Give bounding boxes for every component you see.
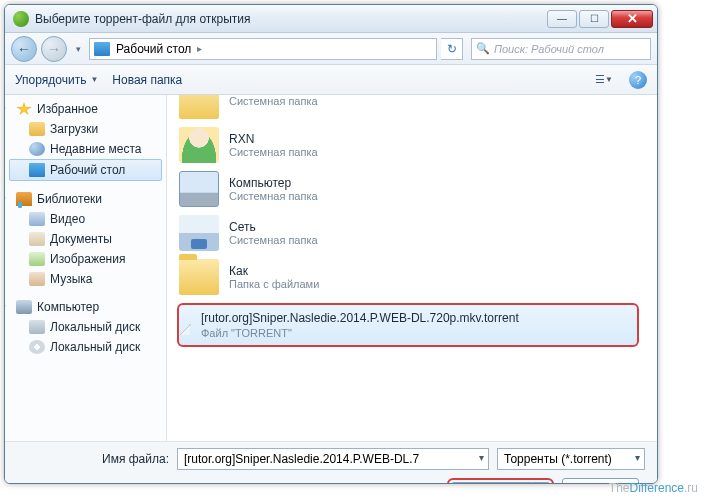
window-title: Выберите торрент-файл для открытия <box>35 12 547 26</box>
chevron-down-icon: ▾ <box>5 104 11 114</box>
selected-file-type: Файл "TORRENT" <box>201 327 519 339</box>
sidebar-item-desktop[interactable]: Рабочий стол <box>9 159 162 181</box>
dialog-footer: Имя файла: [rutor.org]Sniper.Nasledie.20… <box>5 441 657 484</box>
titlebar: Выберите торрент-файл для открытия — ☐ ✕ <box>5 5 657 33</box>
star-icon <box>16 102 32 116</box>
sidebar-item-downloads[interactable]: Загрузки <box>5 119 166 139</box>
open-button-highlight: Открыть ▼ <box>447 478 554 484</box>
favorites-group[interactable]: ▾ Избранное <box>5 99 166 119</box>
minimize-button[interactable]: — <box>547 10 577 28</box>
filename-input[interactable]: [rutor.org]Sniper.Nasledie.2014.P.WEB-DL… <box>177 448 489 470</box>
computer-group[interactable]: ▾ Компьютер <box>5 297 166 317</box>
cd-icon <box>29 340 45 354</box>
maximize-button[interactable]: ☐ <box>579 10 609 28</box>
navigation-pane: ▾ Избранное Загрузки Недавние места Рабо… <box>5 95 167 441</box>
network-icon <box>179 215 219 251</box>
forward-button[interactable]: → <box>41 36 67 62</box>
search-input[interactable]: 🔍 Поиск: Рабочий стол <box>471 38 651 60</box>
sidebar-item-images[interactable]: Изображения <box>5 249 166 269</box>
close-button[interactable]: ✕ <box>611 10 653 28</box>
libraries-icon <box>16 192 32 206</box>
sidebar-item-recent[interactable]: Недавние места <box>5 139 166 159</box>
chevron-down-icon: ▾ <box>5 194 11 204</box>
recent-icon <box>29 142 45 156</box>
open-file-dialog: Выберите торрент-файл для открытия — ☐ ✕… <box>4 4 658 484</box>
computer-icon <box>179 171 219 207</box>
list-item[interactable]: КакПапка с файлами <box>167 255 657 299</box>
history-dropdown[interactable]: ▾ <box>71 39 85 59</box>
chevron-right-icon: ▸ <box>197 43 202 54</box>
folder-icon <box>179 95 219 119</box>
video-icon <box>29 212 45 226</box>
view-options-button[interactable]: ☰ ▼ <box>593 71 615 89</box>
list-item[interactable]: КомпьютерСистемная папка <box>167 167 657 211</box>
location-text: Рабочий стол <box>116 42 191 56</box>
user-folder-icon <box>179 127 219 163</box>
music-icon <box>29 272 45 286</box>
refresh-button[interactable]: ↻ <box>441 38 463 60</box>
filetype-filter[interactable]: Торренты (*.torrent) <box>497 448 645 470</box>
search-icon: 🔍 <box>476 42 490 55</box>
list-item[interactable]: RXNСистемная папка <box>167 123 657 167</box>
computer-icon <box>16 300 32 314</box>
libraries-group[interactable]: ▾ Библиотеки <box>5 189 166 209</box>
list-item[interactable]: СетьСистемная папка <box>167 211 657 255</box>
filename-label: Имя файла: <box>17 452 169 466</box>
file-list: Системная папка RXNСистемная папка Компь… <box>167 95 657 441</box>
sidebar-item-localdisk-1[interactable]: Локальный диск <box>5 317 166 337</box>
help-button[interactable]: ? <box>629 71 647 89</box>
downloads-icon <box>29 122 45 136</box>
sidebar-item-video[interactable]: Видео <box>5 209 166 229</box>
documents-icon <box>29 232 45 246</box>
organize-menu[interactable]: Упорядочить▼ <box>15 73 98 87</box>
new-folder-button[interactable]: Новая папка <box>112 73 182 87</box>
back-button[interactable]: ← <box>11 36 37 62</box>
chevron-down-icon: ▾ <box>5 302 11 312</box>
navigation-bar: ← → ▾ Рабочий стол ▸ ↻ 🔍 Поиск: Рабочий … <box>5 33 657 65</box>
images-icon <box>29 252 45 266</box>
open-button[interactable]: Открыть <box>451 482 532 484</box>
sidebar-item-music[interactable]: Музыка <box>5 269 166 289</box>
list-item[interactable]: Системная папка <box>167 95 657 123</box>
search-placeholder: Поиск: Рабочий стол <box>494 43 604 55</box>
list-item-selected[interactable]: [rutor.org]Sniper.Nasledie.2014.P.WEB-DL… <box>177 303 639 347</box>
disk-icon <box>29 320 45 334</box>
desktop-icon <box>94 42 110 56</box>
toolbar: Упорядочить▼ Новая папка ☰ ▼ ? <box>5 65 657 95</box>
sidebar-item-localdisk-2[interactable]: Локальный диск <box>5 337 166 357</box>
sidebar-item-documents[interactable]: Документы <box>5 229 166 249</box>
selected-file-name: [rutor.org]Sniper.Nasledie.2014.P.WEB-DL… <box>201 311 519 327</box>
watermark: TheDifference.ru <box>609 481 698 495</box>
open-split-button[interactable]: ▼ <box>532 482 550 484</box>
file-icon <box>189 324 191 326</box>
utorrent-icon <box>13 11 29 27</box>
folder-icon <box>179 259 219 295</box>
desktop-icon <box>29 163 45 177</box>
address-bar[interactable]: Рабочий стол ▸ <box>89 38 437 60</box>
